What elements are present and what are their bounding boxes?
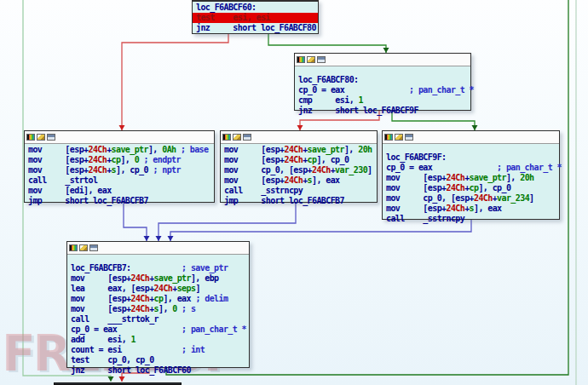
basic-block-loc_F6ABCF60[interactable]: loc_F6ABCF60:test esi, esijnz short loc_… <box>192 0 319 34</box>
asm-token: cp_0 = eax <box>298 85 409 95</box>
asm-line[interactable]: loc_F6ABCF80: <box>298 75 467 85</box>
asm-line[interactable]: mov [esp+24Ch+s], 0 ; s <box>71 304 245 314</box>
asm-token: call ___strtok_r <box>71 314 159 324</box>
asm-token: cmp esi, <box>298 95 358 105</box>
asm-line[interactable]: mov [esp+24Ch+save_ptr], 20h <box>224 145 373 155</box>
basic-block-loc_F6ABCF80[interactable]: loc_F6ABCF80:cp_0 = eax ; pan_char_t *cm… <box>294 53 471 111</box>
asm-line[interactable]: loc_F6ABCF60: <box>196 3 314 13</box>
asm-token: jmp short loc_F6ABCFB7 <box>224 196 344 205</box>
asm-token: ], <box>506 173 520 182</box>
asm-line[interactable]: jnz short loc_F6ABCF60 <box>71 365 245 376</box>
node-edit-icon[interactable] <box>395 134 403 141</box>
asm-line[interactable]: mov cp_0, [esp+24Ch+var_230] <box>224 165 373 175</box>
asm-line[interactable]: call _sstrncpy <box>224 186 373 196</box>
asm-token: 24Ch <box>446 183 464 192</box>
asm-line[interactable]: test cp_0, cp_0 <box>71 355 245 365</box>
asm-token: save_ptr <box>308 145 344 154</box>
node-edit-icon[interactable] <box>79 244 88 251</box>
basic-block-block-sstrncpy-230[interactable]: mov [esp+24Ch+save_ptr], 20hmov [esp+24C… <box>220 130 378 203</box>
asm-line[interactable]: jmp short loc_F6ABCFB7 <box>28 196 210 206</box>
node-color-icon[interactable] <box>69 244 78 251</box>
node-color-icon[interactable] <box>384 134 393 141</box>
node-group-icon[interactable] <box>405 134 413 141</box>
asm-line-highlighted[interactable]: test esi, esi <box>193 13 318 23</box>
asm-line[interactable]: mov [esp+24Ch+s], cp_0 ; nptr <box>28 165 210 175</box>
asm-line[interactable]: cp_0 = eax ; pan_char_t * <box>386 163 556 173</box>
asm-token: call _sstrncpy <box>386 214 464 223</box>
asm-line[interactable]: mov cp_0, [esp+24Ch+var_234] <box>386 193 556 204</box>
asm-line[interactable]: mov [esp+24Ch+save_ptr], 0Ah ; base <box>28 145 210 155</box>
asm-line[interactable]: mov [esp+24Ch+save_ptr], ebp <box>71 273 245 284</box>
node-group-icon[interactable] <box>317 56 326 63</box>
node-code: loc_F6ABCFB7: ; save_ptrmov [esp+24Ch+sa… <box>67 255 249 377</box>
node-edit-icon[interactable] <box>233 134 241 141</box>
basic-block-loc_F6ABCFB7[interactable]: loc_F6ABCFB7: ; save_ptrmov [esp+24Ch+sa… <box>66 241 250 368</box>
asm-line[interactable]: mov [esp+24Ch+save_ptr], 20h <box>386 173 556 183</box>
node-code: loc_F6ABCF60:test esi, esijnz short loc_… <box>193 2 318 35</box>
node-title-bar[interactable] <box>25 131 214 144</box>
asm-line[interactable]: cmp esi, 1 <box>298 95 467 106</box>
node-edit-icon[interactable] <box>307 56 315 63</box>
asm-token: ; pan_char_t * <box>182 325 246 334</box>
asm-line[interactable]: mov [esp+24Ch+cp], cp_0 <box>386 183 556 193</box>
asm-line[interactable]: cp_0 = eax ; pan_char_t * <box>298 85 467 95</box>
asm-token: mov [esp+ <box>386 204 446 213</box>
asm-token: 20h <box>520 173 533 182</box>
node-title-bar[interactable] <box>383 131 559 144</box>
asm-token: mov [esp+ <box>386 173 446 182</box>
asm-line[interactable]: loc_F6ABCF9F: <box>386 152 556 163</box>
node-color-icon[interactable] <box>297 56 305 63</box>
asm-token: 24Ch <box>312 165 331 175</box>
asm-token: cp <box>470 183 479 192</box>
node-group-icon[interactable] <box>89 244 98 251</box>
blank-line <box>71 256 245 263</box>
asm-token: ], cp_0 <box>316 155 349 164</box>
node-color-icon[interactable] <box>222 134 231 141</box>
asm-token: mov [esp+ <box>71 273 130 283</box>
basic-block-loc_F6ABCF9F[interactable]: loc_F6ABCF9F:cp_0 = eax ; pan_char_t *mo… <box>382 130 560 220</box>
asm-line[interactable]: mov [edi], eax <box>28 186 210 196</box>
node-edit-icon[interactable] <box>37 134 45 141</box>
basic-block-block-strtol[interactable]: mov [esp+24Ch+save_ptr], 0Ah ; basemov [… <box>24 130 215 203</box>
asm-line[interactable]: jmp short loc_F6ABCFB7 <box>224 196 373 206</box>
asm-token: ; pan_char_t * <box>409 85 474 95</box>
asm-token: ; base <box>181 145 209 154</box>
node-title-bar[interactable] <box>221 131 377 144</box>
asm-token: 24Ch <box>284 145 303 154</box>
asm-token: 1 <box>358 95 362 105</box>
asm-line[interactable]: mov [esp+24Ch+s], eax <box>386 204 556 214</box>
asm-token: ] <box>367 165 372 175</box>
asm-line[interactable]: jnz short loc_F6ABCF80 <box>196 23 314 33</box>
asm-line[interactable]: loc_F6ABCFB7: ; save_ptr <box>71 263 245 273</box>
asm-token: ], <box>344 145 358 154</box>
asm-token: 24Ch <box>130 304 149 313</box>
asm-line[interactable]: count = esi ; int <box>71 345 245 355</box>
asm-token: 24Ch <box>474 193 493 203</box>
asm-line[interactable]: call ___strtok_r <box>71 314 245 325</box>
asm-token: ] <box>529 193 533 203</box>
asm-line[interactable]: jnz short loc_F6ABCF9F <box>298 106 467 116</box>
edge-cf60-true <box>268 34 386 53</box>
asm-line[interactable]: mov [esp+24Ch+cp], 0 ; endptr <box>28 155 210 165</box>
asm-line[interactable]: cp_0 = eax ; pan_char_t * <box>71 325 245 335</box>
asm-line[interactable]: mov [esp+24Ch+cp], eax ; delim <box>71 294 245 304</box>
node-color-icon[interactable] <box>26 134 35 141</box>
asm-token: ], eax <box>163 294 195 303</box>
asm-token: mov [esp+ <box>224 175 284 185</box>
node-group-icon[interactable] <box>47 134 55 141</box>
asm-token: mov cp_0, [esp+ <box>224 165 312 175</box>
asm-line[interactable]: add esi, 1 <box>71 335 245 345</box>
node-group-icon[interactable] <box>243 134 251 141</box>
asm-line[interactable]: call _strtol <box>28 175 210 186</box>
node-title-bar[interactable] <box>67 242 249 255</box>
asm-line[interactable]: mov [esp+24Ch+s], eax <box>224 175 373 186</box>
asm-line[interactable]: call _sstrncpy <box>386 214 556 224</box>
asm-line[interactable]: lea eax, [esp+24Ch+seps] <box>71 284 245 294</box>
asm-line[interactable]: mov [esp+24Ch+cp], cp_0 <box>224 155 373 165</box>
node-title-bar[interactable] <box>295 54 470 66</box>
asm-token: ] <box>195 284 199 293</box>
graph-view[interactable]: FREEBUF loc_F6ABCF60:test esi, esijnz sh… <box>0 0 588 385</box>
asm-token: ], ebp <box>191 273 219 283</box>
asm-token: ], cp_0 <box>116 165 153 175</box>
node-code: loc_F6ABCF9F:cp_0 = eax ; pan_char_t *mo… <box>383 144 559 226</box>
